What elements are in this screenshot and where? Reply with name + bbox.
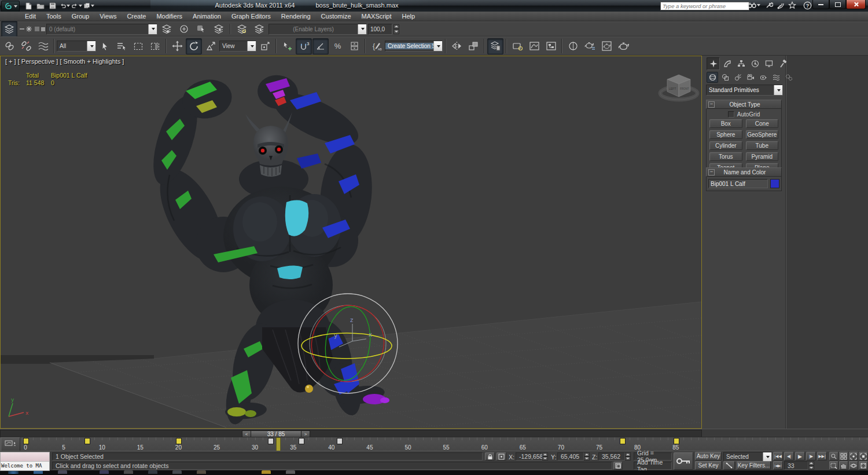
object-type-pyramid[interactable]: Pyramid <box>746 152 779 161</box>
close-button[interactable] <box>846 0 866 9</box>
add-selection-to-layer-button[interactable] <box>176 21 192 37</box>
zoom-button[interactable] <box>829 452 838 461</box>
maximize-viewport-toggle[interactable] <box>859 461 868 470</box>
mini-curve-editor-button[interactable] <box>1 437 20 451</box>
minimize-button[interactable] <box>812 0 829 9</box>
keyframe-yellow-78[interactable] <box>620 438 626 444</box>
keyframe-gray-36[interactable] <box>299 438 304 444</box>
tab-utilities[interactable] <box>776 57 789 70</box>
isolate-selection-button[interactable] <box>613 462 623 470</box>
keyframe-yellow-85[interactable] <box>674 438 679 444</box>
category-caret[interactable] <box>774 85 782 95</box>
z-spinner[interactable] <box>625 452 631 461</box>
name-color-header[interactable]: − Name and Color <box>706 167 782 177</box>
snap-toggle-3d-button[interactable]: 3 <box>296 38 312 54</box>
object-type-torus[interactable]: Torus <box>709 152 742 161</box>
hide-layer-button[interactable] <box>251 21 267 37</box>
search-button[interactable] <box>748 1 760 9</box>
object-type-cone[interactable]: Cone <box>746 119 779 128</box>
taskbar-item[interactable] <box>100 470 109 474</box>
mirror-button[interactable] <box>448 38 465 54</box>
menu-item-edit[interactable]: Edit <box>20 12 41 20</box>
go-to-start-button[interactable]: |◀◀ <box>773 452 783 461</box>
tab-create[interactable] <box>707 57 720 70</box>
window-crossing-toggle-button[interactable] <box>147 38 163 54</box>
menu-item-create[interactable]: Create <box>122 12 151 20</box>
absolute-offset-toggle[interactable] <box>496 452 506 461</box>
category-dropdown[interactable]: Standard Primitives <box>706 85 783 96</box>
material-editor-button[interactable] <box>565 38 581 54</box>
set-keys-button[interactable] <box>674 452 693 470</box>
keyframe-yellow-20[interactable] <box>176 438 182 444</box>
menu-item-tools[interactable]: Tools <box>41 12 67 20</box>
keyframe-yellow-8[interactable] <box>84 438 90 444</box>
play-button[interactable]: ▶ <box>795 452 805 461</box>
tab-display[interactable] <box>762 57 775 70</box>
select-by-name-button[interactable] <box>113 38 130 54</box>
subtab-systems[interactable] <box>783 72 795 83</box>
x-coordinate-field[interactable]: -129,658 <box>516 452 542 461</box>
viewport-canvas[interactable]: z y x LEFT FRONT x y <box>1 56 701 428</box>
auto-key-button[interactable]: Auto Key <box>695 452 722 461</box>
z-coordinate-field[interactable]: 35,562 <box>598 452 625 461</box>
taskbar-item[interactable] <box>58 470 67 474</box>
current-frame-marker[interactable] <box>276 437 281 451</box>
menu-item-views[interactable]: Views <box>94 12 122 20</box>
use-pivot-point-button[interactable] <box>257 38 273 54</box>
set-key-button[interactable]: Set Key <box>695 461 722 470</box>
rendered-frame-window-button[interactable] <box>598 38 615 54</box>
selection-filter-caret[interactable] <box>87 41 95 51</box>
select-and-link-button[interactable] <box>1 38 17 54</box>
active-layer-dropdown[interactable]: 0 (default) <box>46 24 157 35</box>
zoom-all-button[interactable] <box>839 452 848 461</box>
render-setup-button[interactable] <box>582 38 598 54</box>
menu-item-rendering[interactable]: Rendering <box>276 12 316 20</box>
subtab-lights[interactable] <box>732 72 744 83</box>
key-filter-set-dropdown[interactable]: Selected <box>723 452 772 462</box>
keyframe-gray-41[interactable] <box>337 438 343 444</box>
autogrid-checkbox[interactable] <box>728 111 734 118</box>
object-color-swatch[interactable] <box>770 179 779 188</box>
subscription-center-button[interactable] <box>777 1 785 9</box>
key-mode-toggle[interactable]: |◀▶| <box>773 461 783 470</box>
select-object-button[interactable] <box>97 38 113 54</box>
set-current-layer-button[interactable] <box>211 21 227 37</box>
enable-layers-caret[interactable] <box>358 24 366 34</box>
active-layer-caret[interactable] <box>148 24 157 34</box>
select-and-scale-button[interactable] <box>203 38 219 54</box>
layer-opacity-spinner[interactable] <box>393 24 399 34</box>
object-type-header[interactable]: − Object Type <box>706 100 782 109</box>
key-filter-set-caret[interactable] <box>763 452 771 461</box>
select-and-move-button[interactable] <box>169 38 185 54</box>
menu-item-modifiers[interactable]: Modifiers <box>151 12 187 20</box>
taskbar-item[interactable] <box>148 470 157 474</box>
previous-frame-button[interactable]: ◀| <box>784 452 794 461</box>
object-type-tube[interactable]: Tube <box>746 141 779 150</box>
zoom-region-button[interactable] <box>829 461 838 470</box>
menu-item-graph-editors[interactable]: Graph Editors <box>226 12 276 20</box>
viewport-perspective[interactable]: z y x LEFT FRONT x y [ + ] [ Perspective… <box>0 56 702 429</box>
timeline-ruler[interactable]: 0510152025303540455055606570758085 <box>0 437 868 452</box>
menu-item-animation[interactable]: Animation <box>187 12 226 20</box>
curve-editor-button[interactable] <box>526 38 542 54</box>
orbit-button[interactable] <box>849 461 858 470</box>
object-type-sphere[interactable]: Sphere <box>709 130 742 139</box>
schematic-view-button[interactable] <box>543 38 559 54</box>
tab-modify[interactable] <box>720 57 734 70</box>
default-tangent-button[interactable] <box>723 461 735 470</box>
subtab-space-warps[interactable] <box>770 72 782 83</box>
rectangular-selection-region-button[interactable] <box>130 38 146 54</box>
current-frame-field[interactable]: 33 <box>784 461 808 470</box>
object-type-geosphere[interactable]: GeoSphere <box>746 130 779 139</box>
pan-button[interactable] <box>839 461 848 470</box>
bind-to-space-warp-button[interactable] <box>35 38 51 54</box>
selection-filter-dropdown[interactable]: All <box>57 41 96 52</box>
edit-named-selection-sets-button[interactable]: {ABC <box>368 38 384 54</box>
add-time-tag-field[interactable]: Add Time Tag <box>634 462 672 470</box>
go-to-end-button[interactable]: ▶▶| <box>817 452 827 461</box>
y-coordinate-field[interactable]: 65,405 <box>557 452 584 461</box>
search-input[interactable] <box>660 2 749 10</box>
time-slider[interactable]: < 33 / 85 > <box>0 429 868 437</box>
taskbar-item[interactable] <box>197 470 206 474</box>
windows-taskbar[interactable] <box>0 470 868 475</box>
